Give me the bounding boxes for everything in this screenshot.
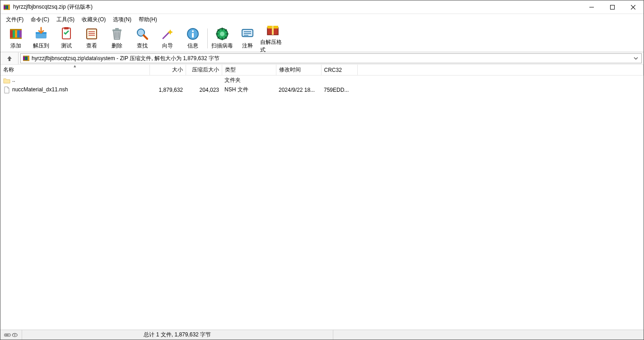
- add-label: 添加: [10, 42, 21, 50]
- svg-rect-31: [272, 26, 274, 35]
- col-mtime[interactable]: 修改时间: [276, 65, 321, 76]
- add-button[interactable]: 添加: [3, 26, 28, 51]
- path-text: hyrzzjfbjbnscqtzsq.zip\data\system - ZIP…: [32, 55, 632, 62]
- svg-rect-34: [26, 56, 28, 61]
- view-button[interactable]: 查看: [79, 26, 104, 51]
- extract-label: 解压到: [33, 42, 49, 50]
- svg-rect-24: [192, 33, 194, 38]
- info-button[interactable]: 信息: [180, 26, 205, 51]
- svg-point-26: [220, 32, 224, 36]
- file-type: NSH 文件: [222, 85, 276, 94]
- path-combobox[interactable]: hyrzzjfbjbnscqtzsq.zip\data\system - ZIP…: [20, 53, 642, 63]
- svg-rect-37: [23, 60, 29, 61]
- up-button[interactable]: [0, 52, 19, 64]
- wizard-button[interactable]: 向导: [155, 26, 180, 51]
- col-type[interactable]: 类型: [222, 65, 276, 76]
- svg-rect-0: [4, 5, 5, 9]
- svg-point-41: [14, 334, 15, 335]
- menu-help[interactable]: 帮助(H): [135, 14, 161, 25]
- file-size: 1,879,632: [149, 85, 186, 94]
- minimize-button[interactable]: [581, 0, 602, 14]
- find-button[interactable]: 查找: [130, 26, 155, 51]
- app-window: hyrzzjfbjbnscqtzsq.zip (评估版本) 文件(F) 命令(C…: [0, 0, 644, 340]
- svg-rect-13: [10, 38, 22, 39]
- virus-button[interactable]: 扫描病毒: [210, 26, 235, 51]
- menu-command[interactable]: 命令(C): [27, 14, 53, 25]
- svg-rect-7: [10, 29, 13, 38]
- svg-rect-35: [28, 56, 29, 61]
- file-list[interactable]: 名称▲ 大小 压缩后大小 类型 修改时间 CRC32 ..: [0, 65, 644, 330]
- statusbar: 总计 1 文件, 1,879,632 字节: [0, 330, 644, 340]
- virus-icon: [215, 27, 229, 41]
- test-button[interactable]: 测试: [54, 26, 79, 51]
- status-icons: [0, 330, 22, 340]
- books-icon: [9, 27, 23, 41]
- menu-fav[interactable]: 收藏夹(O): [78, 14, 109, 25]
- svg-rect-36: [23, 56, 29, 57]
- maximize-button[interactable]: [602, 0, 623, 14]
- delete-button[interactable]: 删除: [104, 26, 130, 51]
- menubar: 文件(F) 命令(C) 工具(S) 收藏夹(O) 选项(N) 帮助(H): [0, 14, 644, 25]
- sfx-icon: [266, 23, 280, 38]
- col-packed[interactable]: 压缩后大小: [186, 65, 222, 76]
- comment-icon: [240, 27, 255, 41]
- col-size[interactable]: 大小: [149, 65, 186, 76]
- wizard-label: 向导: [162, 42, 173, 50]
- menu-options[interactable]: 选项(N): [109, 14, 135, 25]
- file-crc: 759EDD...: [321, 85, 357, 94]
- trash-icon: [110, 27, 124, 41]
- titlebar: hyrzzjfbjbnscqtzsq.zip (评估版本): [0, 0, 644, 14]
- sfx-label: 自解压格式: [260, 38, 285, 54]
- svg-rect-17: [64, 27, 69, 29]
- status-summary: 总计 1 文件, 1,879,632 字节: [22, 330, 333, 340]
- virus-label: 扫描病毒: [211, 42, 233, 50]
- header-row: 名称▲ 大小 压缩后大小 类型 修改时间 CRC32: [0, 65, 644, 76]
- col-filler: [357, 65, 644, 76]
- wand-icon: [160, 27, 175, 41]
- svg-rect-1: [5, 5, 7, 9]
- svg-rect-39: [5, 335, 9, 335]
- view-label: 查看: [86, 42, 97, 50]
- svg-rect-5: [4, 9, 10, 10]
- svg-rect-11: [19, 29, 22, 38]
- comment-label: 注释: [242, 42, 253, 50]
- svg-rect-6: [611, 5, 615, 9]
- status-right: [333, 330, 644, 340]
- chevron-down-icon[interactable]: [632, 56, 639, 61]
- view-icon: [84, 27, 99, 41]
- status-summary-text: 总计 1 文件, 1,879,632 字节: [144, 331, 211, 339]
- close-button[interactable]: [623, 0, 644, 14]
- file-packed: 204,023: [186, 85, 222, 94]
- svg-rect-3: [8, 5, 10, 9]
- col-crc[interactable]: CRC32: [321, 65, 357, 76]
- toolbar: 添加 解压到 测试 查看 删除: [0, 25, 644, 52]
- parent-row[interactable]: .. 文件夹: [0, 76, 644, 85]
- extract-icon: [34, 27, 48, 41]
- svg-rect-20: [115, 28, 119, 30]
- app-icon: [3, 4, 10, 11]
- svg-rect-32: [23, 56, 25, 61]
- svg-rect-2: [7, 5, 8, 9]
- col-name[interactable]: 名称▲: [0, 65, 149, 76]
- parent-name: ..: [12, 77, 15, 83]
- svg-rect-12: [10, 29, 22, 30]
- file-icon: [3, 86, 10, 94]
- info-label: 信息: [187, 42, 198, 50]
- archive-icon: [23, 55, 30, 62]
- test-icon: [59, 27, 74, 41]
- comment-button[interactable]: 注释: [235, 26, 260, 51]
- menu-file[interactable]: 文件(F): [2, 14, 27, 25]
- extract-button[interactable]: 解压到: [28, 26, 54, 51]
- window-title: hyrzzjfbjbnscqtzsq.zip (评估版本): [13, 3, 93, 11]
- search-icon: [135, 27, 149, 41]
- file-row[interactable]: nuccMaterial_dx11.nsh 1,879,632 204,023 …: [0, 85, 644, 94]
- find-label: 查找: [137, 42, 148, 50]
- sfx-button[interactable]: 自解压格式: [260, 26, 285, 51]
- svg-rect-4: [4, 5, 10, 5]
- test-label: 测试: [61, 42, 72, 50]
- svg-rect-10: [17, 29, 19, 38]
- toolbar-separator: [207, 28, 208, 48]
- svg-rect-18: [87, 29, 97, 39]
- menu-tools[interactable]: 工具(S): [53, 14, 78, 25]
- svg-rect-33: [25, 56, 26, 61]
